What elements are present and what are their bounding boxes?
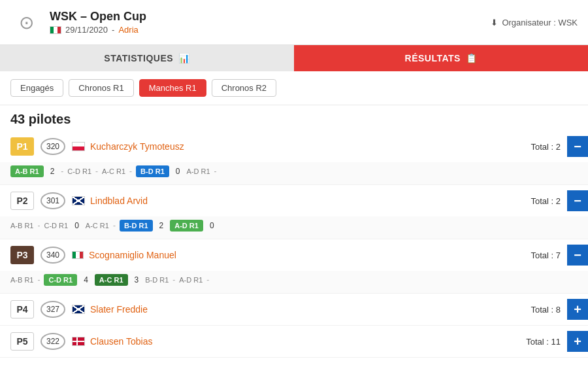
flag-gb-p4	[72, 305, 85, 314]
result-row-p1: P1 320 Kucharczyk Tymoteusz Total : 2 − …	[0, 131, 588, 185]
heat-ac-r1-p3: A-C R1	[95, 274, 128, 286]
sub-row-p3: A-B R1 - C-D R1 4 A-C R1 3 B-D R1 - A-D …	[0, 271, 588, 293]
expand-btn-p3[interactable]: −	[567, 245, 588, 266]
sub-tabs: Engagés Chronos R1 Manches R1 Chronos R2	[0, 71, 588, 105]
header: ⊙ WSK – Open Cup 29/11/2020 - Adria ⬇ Or…	[0, 0, 588, 45]
expand-btn-p2[interactable]: −	[567, 190, 588, 211]
expand-btn-p5[interactable]: +	[567, 331, 588, 352]
expand-btn-p1[interactable]: −	[567, 136, 588, 157]
flag-it-p3	[72, 251, 84, 259]
sub-tab-chronos-r1[interactable]: Chronos R1	[69, 79, 133, 97]
tab-statistics-label: STATISTIQUES	[104, 53, 173, 63]
racer-number-p1: 320	[41, 138, 65, 155]
chart-icon: 📊	[178, 53, 190, 63]
flag-pl-p1	[72, 142, 85, 151]
tab-statistics[interactable]: STATISTIQUES 📊	[0, 45, 294, 71]
racer-name-p3[interactable]: Scognamiglio Manuel	[89, 250, 531, 260]
position-badge-p2: P2	[10, 192, 34, 210]
event-subtitle: 29/11/2020 - Adria	[50, 25, 146, 35]
racer-name-p2[interactable]: Lindblad Arvid	[90, 196, 531, 206]
tab-results[interactable]: RÉSULTATS 📋	[294, 45, 588, 71]
heat-bd-r1-p1: B-D R1	[136, 165, 169, 177]
organizer-label: Organisateur : WSK	[502, 18, 578, 27]
sub-row-p1: A-B R1 2 - C-D R1 - A-C R1 - B-D R1 0 A-…	[0, 162, 588, 184]
expand-btn-p4[interactable]: +	[567, 299, 588, 320]
sub-tab-chronos-r2[interactable]: Chronos R2	[212, 79, 276, 97]
position-badge-p3: P3	[10, 246, 34, 264]
heat-bd-r1-p2: B-D R1	[120, 220, 153, 232]
total-p2: Total : 2	[531, 196, 561, 206]
total-p3: Total : 7	[531, 250, 561, 260]
total-p4: Total : 8	[531, 305, 561, 315]
results-icon: 📋	[466, 53, 478, 63]
racer-name-p5[interactable]: Clausen Tobias	[90, 336, 526, 347]
result-row-p2: P2 301 Lindblad Arvid Total : 2 − A-B R1…	[0, 185, 588, 239]
download-icon: ⬇	[491, 18, 498, 27]
position-badge-p4: P4	[10, 300, 34, 318]
racer-name-p1[interactable]: Kucharczyk Tymoteusz	[90, 141, 531, 152]
tab-results-label: RÉSULTATS	[405, 53, 461, 63]
pilots-count: 43 pilotes	[0, 105, 588, 131]
trophy-icon: ⊙	[10, 7, 42, 38]
event-date: 29/11/2020	[65, 25, 108, 35]
sub-tab-engages[interactable]: Engagés	[10, 79, 63, 97]
heat-cd-r1-p3: C-D R1	[44, 274, 77, 286]
racer-number-p5: 322	[41, 333, 65, 350]
position-badge-p5: P5	[10, 332, 34, 351]
heat-ad-r1-p2: A-D R1	[170, 220, 203, 232]
result-row-p5: P5 322 Clausen Tobias Total : 11 +	[0, 326, 588, 358]
result-row-p4: P4 327 Slater Freddie Total : 8 +	[0, 294, 588, 326]
event-location[interactable]: Adria	[118, 25, 138, 35]
flag-dk-p5	[72, 337, 85, 346]
event-title: WSK – Open Cup	[50, 10, 146, 24]
racer-name-p4[interactable]: Slater Freddie	[90, 304, 531, 315]
result-row-p3: P3 340 Scognamiglio Manuel Total : 7 − A…	[0, 239, 588, 294]
header-info: WSK – Open Cup 29/11/2020 - Adria	[50, 10, 146, 35]
heat-ab-r1-p1: A-B R1	[10, 165, 44, 177]
racer-number-p2: 301	[41, 192, 65, 209]
flag-gb-p2	[72, 196, 85, 205]
sub-row-p2: A-B R1 - C-D R1 0 A-C R1 - B-D R1 2 A-D …	[0, 216, 588, 239]
results-list: P1 320 Kucharczyk Tymoteusz Total : 2 − …	[0, 131, 588, 358]
racer-number-p4: 327	[41, 301, 65, 318]
header-left: ⊙ WSK – Open Cup 29/11/2020 - Adria	[10, 7, 146, 38]
total-p5: Total : 11	[526, 337, 561, 347]
racer-number-p3: 340	[41, 247, 65, 264]
position-badge-p1: P1	[10, 137, 34, 156]
flag-italy	[50, 26, 61, 34]
sub-tab-manches-r1[interactable]: Manches R1	[139, 79, 206, 97]
total-p1: Total : 2	[531, 142, 561, 152]
main-tabs: STATISTIQUES 📊 RÉSULTATS 📋	[0, 45, 588, 71]
header-right: ⬇ Organisateur : WSK	[491, 18, 578, 27]
